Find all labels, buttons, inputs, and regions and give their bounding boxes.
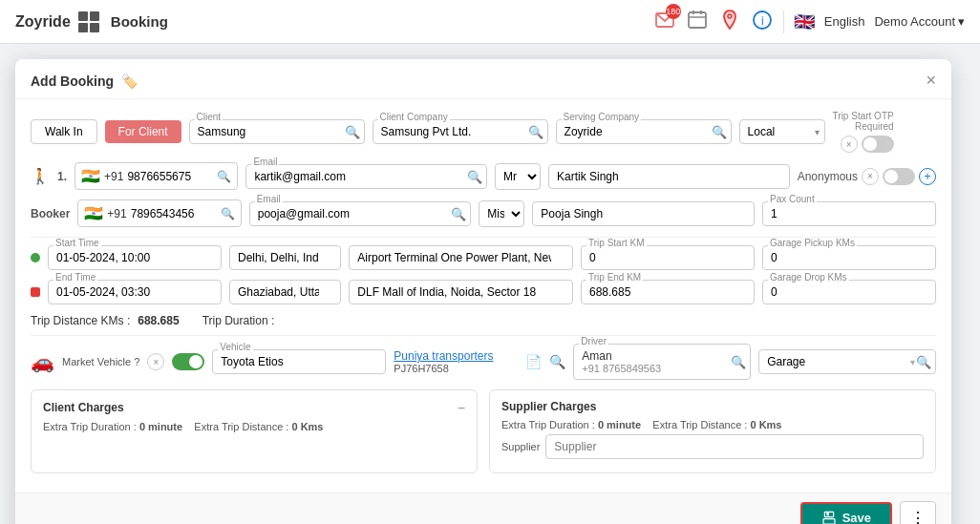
anonymous-toggle[interactable] bbox=[883, 168, 915, 185]
client-input[interactable] bbox=[189, 119, 365, 144]
modal-title: Add Booking bbox=[31, 73, 114, 89]
garage-pickup-input[interactable] bbox=[762, 245, 936, 270]
driver-search-icon[interactable]: 🔍 bbox=[731, 355, 746, 369]
info-icon[interactable]: i bbox=[751, 9, 774, 34]
booker-name-input[interactable] bbox=[532, 201, 755, 226]
market-vehicle-clear[interactable]: × bbox=[147, 353, 164, 370]
svg-rect-9 bbox=[823, 518, 835, 523]
location-icon[interactable] bbox=[718, 9, 741, 34]
vehicle-input[interactable] bbox=[212, 349, 386, 374]
page-title: Booking bbox=[111, 13, 168, 30]
client-field: Client 🔍 bbox=[189, 119, 365, 144]
passenger-phone-input[interactable] bbox=[127, 170, 213, 183]
booker-email-label: Email bbox=[255, 194, 283, 204]
passenger-phone-search-icon[interactable]: 🔍 bbox=[217, 170, 231, 183]
serving-company-field: Serving Company 🔍 bbox=[556, 119, 732, 144]
passenger-number: 1. bbox=[57, 170, 67, 183]
supplier-extra-duration: Extra Trip Duration : 0 minute Extra Tri… bbox=[501, 419, 924, 430]
passenger-phone-field: 🇮🇳 +91 🔍 bbox=[75, 162, 238, 190]
market-vehicle-toggle[interactable] bbox=[172, 353, 204, 370]
serving-company-search-icon[interactable]: 🔍 bbox=[712, 125, 727, 139]
more-options-button[interactable]: ⋮ bbox=[900, 501, 936, 524]
supplier-input[interactable] bbox=[545, 434, 924, 459]
end-location-input[interactable] bbox=[229, 280, 341, 304]
driver-phone: +91 8765849563 bbox=[582, 363, 727, 374]
garage-drop-input[interactable] bbox=[762, 280, 936, 304]
client-charges-title: Client Charges – bbox=[43, 400, 465, 415]
passenger-mr-select[interactable]: MrMrsMiss bbox=[495, 163, 541, 190]
booker-email-input[interactable] bbox=[249, 201, 472, 226]
start-time-field: Start Time bbox=[48, 245, 222, 270]
passenger-email-search-icon[interactable]: 🔍 bbox=[467, 169, 482, 183]
modal-close-button[interactable]: × bbox=[926, 71, 936, 91]
topnav-right: 180 i 🇬🇧 English Demo Account ▾ bbox=[653, 9, 965, 34]
booker-name-field bbox=[532, 201, 755, 226]
transporter-search-icon[interactable]: 🔍 bbox=[549, 354, 565, 369]
otp-toggle[interactable] bbox=[862, 136, 894, 153]
client-company-search-icon[interactable]: 🔍 bbox=[528, 125, 543, 139]
transporter-field: Puniya transporters PJ76H7658 bbox=[394, 349, 518, 374]
booker-row: Booker 🇮🇳 +91 🔍 Email 🔍 MrMrsMiss bbox=[31, 199, 936, 227]
save-button[interactable]: Save bbox=[800, 502, 892, 525]
booking-mode-select[interactable]: Local bbox=[739, 119, 825, 144]
client-search-icon[interactable]: 🔍 bbox=[345, 125, 360, 139]
end-km-field: Trip End KM bbox=[581, 280, 755, 304]
passenger-row: 🚶 1. 🇮🇳 +91 🔍 Email 🔍 MrMrsMiss bbox=[31, 162, 936, 190]
client-company-field: Client Company 🔍 bbox=[373, 119, 548, 144]
client-label: Client bbox=[195, 112, 224, 122]
passenger-country-code: +91 bbox=[104, 170, 123, 183]
supplier-charges-title: Supplier Charges bbox=[501, 400, 924, 413]
client-charges-collapse[interactable]: – bbox=[458, 400, 465, 415]
client-company-label: Client Company bbox=[378, 112, 450, 122]
pax-count-input[interactable] bbox=[762, 201, 936, 226]
calendar-icon[interactable] bbox=[686, 9, 709, 34]
start-location-input[interactable] bbox=[229, 245, 341, 270]
car-icon: 🚗 bbox=[31, 350, 54, 373]
end-address-input[interactable] bbox=[349, 280, 573, 304]
start-km-input[interactable] bbox=[581, 245, 755, 270]
start-address-input[interactable] bbox=[349, 245, 573, 270]
grid-icon[interactable] bbox=[78, 11, 99, 32]
svg-rect-10 bbox=[826, 513, 829, 515]
add-passenger-button[interactable]: + bbox=[919, 168, 936, 185]
garage-search-icon[interactable]: 🔍 bbox=[916, 355, 931, 369]
end-km-input[interactable] bbox=[581, 280, 755, 304]
vehicle-name-field: Vehicle bbox=[212, 349, 386, 374]
email-notification-icon[interactable]: 180 bbox=[653, 9, 676, 34]
booking-type-row: Walk In For Client Client 🔍 Client Compa… bbox=[31, 111, 936, 153]
modal-body: Walk In For Client Client 🔍 Client Compa… bbox=[15, 99, 951, 493]
divider-2 bbox=[31, 335, 936, 336]
passenger-email-field: Email 🔍 bbox=[245, 164, 487, 189]
serving-company-input[interactable] bbox=[556, 119, 732, 144]
booker-phone-input[interactable] bbox=[131, 207, 217, 220]
vehicle-row: 🚗 Market Vehicle ? × Vehicle Puniya tran… bbox=[31, 344, 936, 380]
language-flag: 🇬🇧 bbox=[794, 11, 815, 32]
transporter-link[interactable]: Puniya transporters bbox=[394, 349, 518, 363]
client-company-input[interactable] bbox=[373, 119, 548, 144]
driver-name: Aman bbox=[582, 349, 727, 363]
topnav: Zoyride Booking 180 i 🇬🇧 English Demo Ac… bbox=[0, 0, 980, 44]
passenger-name-input[interactable] bbox=[548, 164, 790, 189]
booker-email-search-icon[interactable]: 🔍 bbox=[451, 206, 466, 220]
market-vehicle-label: Market Vehicle ? bbox=[62, 356, 139, 367]
garage-pickup-label: Garage Pickup KMs bbox=[768, 238, 857, 248]
trip-start-dot bbox=[31, 253, 40, 262]
booker-phone-search-icon[interactable]: 🔍 bbox=[221, 207, 235, 220]
booker-phone-field: 🇮🇳 +91 🔍 bbox=[77, 199, 241, 227]
walkin-button[interactable]: Walk In bbox=[31, 119, 97, 144]
forclient-button[interactable]: For Client bbox=[105, 120, 181, 143]
start-km-field: Trip Start KM bbox=[581, 245, 755, 270]
pax-count-label: Pax Count bbox=[768, 194, 817, 204]
end-time-field: End Time bbox=[48, 280, 222, 304]
passenger-email-input[interactable] bbox=[245, 164, 487, 189]
start-time-input[interactable] bbox=[48, 245, 222, 270]
garage-select[interactable]: Garage bbox=[758, 349, 936, 374]
end-time-input[interactable] bbox=[48, 280, 222, 304]
otp-clear-button[interactable]: × bbox=[841, 136, 858, 153]
language-label[interactable]: English bbox=[824, 14, 865, 29]
account-menu[interactable]: Demo Account ▾ bbox=[874, 14, 965, 29]
start-location-field bbox=[229, 245, 341, 270]
booker-mr-select[interactable]: MrMrsMiss bbox=[479, 200, 524, 227]
tag-icon[interactable]: 🏷️ bbox=[121, 73, 138, 89]
anonymous-clear-button[interactable]: × bbox=[862, 168, 879, 185]
